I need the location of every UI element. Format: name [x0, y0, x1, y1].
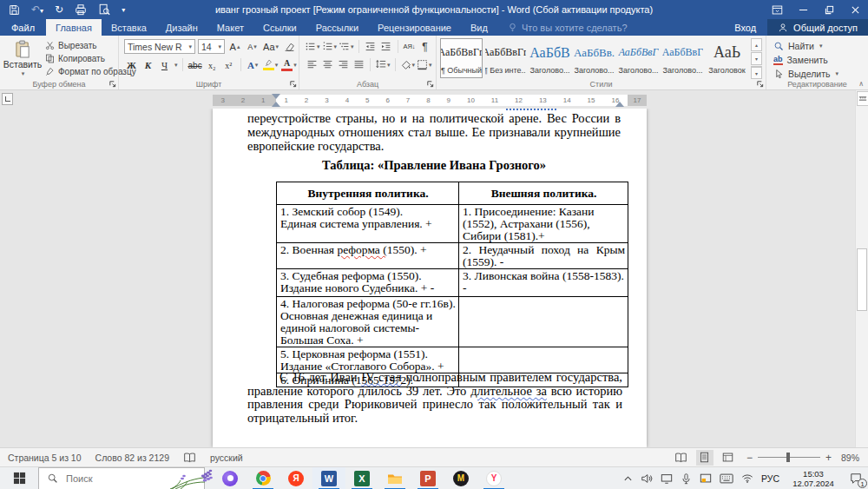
table-cell[interactable]: 5. Церковная реформа (1551). Издание «Ст… [277, 347, 459, 373]
keyboard-icon[interactable] [720, 473, 733, 484]
web-layout-button[interactable] [720, 450, 737, 466]
tab-references[interactable]: Ссылки [253, 19, 306, 36]
strikethrough-button[interactable]: abc [187, 57, 203, 72]
tab-design[interactable]: Дизайн [156, 19, 207, 36]
shrink-font-button[interactable]: А▾ [245, 39, 260, 54]
notification-center-button[interactable]: 1 [847, 471, 865, 486]
style-heading2[interactable]: АаБбВв.Заголово... [573, 38, 615, 78]
table-cell[interactable]: 2. Неудачный поход на Крым (1559). - [459, 243, 628, 269]
style-no-spacing[interactable]: АаБбВвГг,¶ Без инте... [484, 38, 527, 78]
language-indicator[interactable]: русский [210, 453, 243, 463]
font-size-combo[interactable]: 14▾ [198, 39, 225, 54]
paragraph-top[interactable]: переустройстве страны, но и на политичес… [247, 111, 621, 153]
paragraph-dialog-launcher[interactable] [426, 80, 434, 88]
styles-dialog-launcher[interactable] [756, 80, 764, 88]
font-name-combo[interactable]: Times New R▾ [124, 39, 195, 54]
superscript-button[interactable]: x² [221, 57, 236, 72]
numbering-button[interactable]: ▾ [322, 39, 338, 54]
tab-layout[interactable]: Макет [207, 19, 253, 36]
minimize-button[interactable] [790, 0, 816, 19]
zoom-out-button[interactable]: − [746, 452, 753, 464]
decrease-indent-button[interactable] [364, 39, 378, 54]
table-cell[interactable]: 4. Налоговая реформа (50-е гг.16в). Осно… [277, 297, 459, 347]
line-spacing-button[interactable]: ▾ [375, 57, 391, 72]
customize-qat-caret-icon[interactable]: ▾ [122, 6, 125, 14]
grow-font-button[interactable]: А▴ [227, 39, 242, 54]
microphone-icon[interactable] [681, 472, 692, 485]
ribbon-display-options-button[interactable] [764, 0, 790, 19]
show-formatting-marks-button[interactable]: ¶ [418, 39, 432, 54]
taskbar-search-box[interactable] [38, 467, 205, 489]
scrollbar-thumb[interactable] [857, 248, 867, 311]
redo-button[interactable]: ↻ [55, 0, 63, 19]
restore-button[interactable] [816, 0, 842, 19]
search-input[interactable] [64, 472, 163, 485]
start-button[interactable] [0, 467, 38, 489]
borders-button[interactable]: ▾ [417, 57, 432, 72]
styles-scroll-down-button[interactable]: ▾ [751, 52, 762, 65]
paste-button[interactable]: Вставить ▾ [3, 38, 42, 78]
save-icon[interactable] [9, 4, 20, 16]
highlight-color-button[interactable]: ▾ [262, 57, 279, 72]
print-layout-button[interactable] [696, 450, 713, 466]
font-dialog-launcher[interactable] [289, 80, 297, 88]
table-cell[interactable]: 3. Судебная реформа (1550). Издание ново… [277, 269, 459, 297]
change-case-button[interactable]: Аа▾ [262, 39, 279, 54]
share-button[interactable]: Общий доступ [767, 19, 868, 36]
tab-home[interactable]: Главная [46, 19, 102, 36]
taskbar-yandex-browser-icon[interactable]: Я [279, 467, 312, 489]
display-icon[interactable] [661, 472, 673, 485]
clipboard-dialog-launcher[interactable] [108, 80, 116, 88]
print-preview-icon[interactable] [98, 3, 110, 16]
word-count[interactable]: Слово 82 из 2129 [95, 453, 169, 463]
styles-scroll-up-button[interactable]: ▴ [751, 38, 762, 51]
undo-caret-icon[interactable]: ▾ [40, 7, 43, 15]
vertical-scrollbar[interactable] [855, 90, 868, 447]
zoom-slider-thumb[interactable] [786, 453, 790, 462]
table-cell[interactable] [459, 297, 628, 347]
clear-formatting-icon[interactable] [284, 41, 295, 52]
align-left-button[interactable] [305, 57, 319, 72]
style-heading3[interactable]: АаБбВвГЗаголово... [617, 38, 660, 78]
taskbar-word-icon[interactable]: W [312, 467, 345, 489]
zoom-level[interactable]: 89% [841, 453, 859, 463]
screen-share-icon[interactable] [700, 472, 712, 485]
replace-button[interactable]: abЗаменить [773, 54, 838, 66]
input-language-indicator[interactable]: РУС [761, 473, 779, 484]
hanging-indent-marker[interactable] [272, 102, 280, 107]
table-header-cell[interactable]: Внешняя политика. [459, 182, 628, 205]
underline-button[interactable]: Ч [157, 57, 172, 72]
select-button[interactable]: Выделить▾ [773, 68, 838, 80]
close-button[interactable] [842, 0, 868, 19]
style-heading1[interactable]: АаБбВЗаголово... [529, 38, 571, 78]
tell-me-box[interactable]: Что вы хотите сделать? [497, 19, 628, 36]
taskbar-powerpoint-icon[interactable]: P [411, 467, 444, 489]
style-normal[interactable]: АаБбВвГг,¶ Обычный [440, 38, 483, 78]
zoom-in-button[interactable]: + [825, 452, 832, 464]
paragraph-bottom[interactable]: С 16 лет Иван IV стал полноправным прави… [247, 371, 622, 425]
page-indicator[interactable]: Страница 5 из 10 [8, 453, 82, 463]
proofing-book-icon[interactable] [183, 453, 196, 463]
volume-icon[interactable] [641, 472, 653, 485]
tab-file[interactable]: Файл [0, 19, 46, 36]
bullets-button[interactable]: ▾ [305, 39, 320, 54]
italic-button[interactable]: К [141, 57, 155, 72]
clock[interactable]: 15:03 12.07.2024 [787, 469, 839, 488]
taskbar-miro-icon[interactable]: M [444, 467, 477, 489]
tab-review[interactable]: Рецензирование [368, 19, 461, 36]
table-cell[interactable]: 1. Присоединение: Казани (1552), Астраха… [459, 205, 628, 243]
taskbar-alice-icon[interactable] [214, 467, 247, 489]
table-cell[interactable]: 2. Военная реформа (1550). + [277, 243, 459, 269]
collapse-ribbon-button[interactable]: ∧ [858, 80, 864, 88]
text-effects-button[interactable]: А▾ [246, 57, 260, 72]
increase-indent-button[interactable] [379, 39, 393, 54]
ruler-toggle-button[interactable] [857, 91, 868, 106]
table-cell[interactable] [459, 347, 628, 373]
taskbar-excel-icon[interactable]: X [345, 467, 378, 489]
shading-button[interactable]: ▾ [400, 57, 416, 72]
read-mode-button[interactable] [673, 450, 690, 466]
document-page[interactable]: переустройстве страны, но и на политичес… [213, 109, 647, 447]
zoom-slider-track[interactable] [758, 457, 820, 458]
justify-button[interactable] [352, 57, 365, 72]
align-right-button[interactable] [336, 57, 350, 72]
